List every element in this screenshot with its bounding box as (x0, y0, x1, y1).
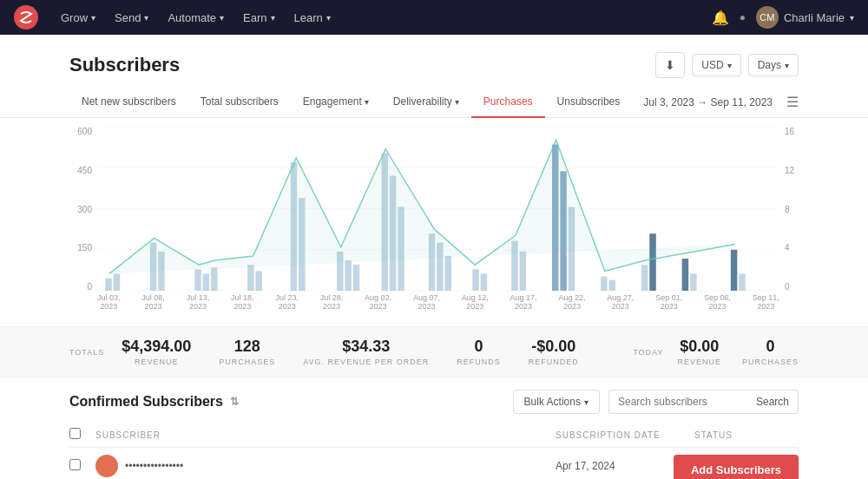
col-date-header: SUBSCRIPTION DATE (556, 430, 694, 440)
search-input[interactable] (608, 390, 747, 414)
svg-rect-10 (194, 269, 201, 291)
y-label-300: 300 (77, 205, 92, 214)
row-checkbox[interactable] (69, 459, 81, 470)
today-label: TODAY (633, 348, 663, 357)
chevron-down-icon: ▾ (785, 61, 789, 70)
svg-rect-13 (247, 265, 253, 291)
totals-label: TOTALS (69, 348, 104, 357)
totals-bar: TOTALS $4,394.00 REVENUE 128 PURCHASES $… (0, 326, 868, 377)
chevron-down-icon: ▾ (727, 61, 732, 70)
tab-unsubscribes[interactable]: Unsubscribes (545, 87, 633, 118)
nav-item-earn[interactable]: Earn ▾ (234, 8, 283, 28)
download-button[interactable]: ⬇ (655, 52, 685, 78)
chevron-down-icon: ▾ (91, 13, 95, 23)
sort-icon[interactable]: ⇅ (230, 396, 239, 408)
y-label-0: 0 (87, 282, 92, 292)
total-avg-value: $34.33 (303, 338, 429, 356)
header-actions: ⬇ USD ▾ Days ▾ (655, 52, 799, 78)
chevron-down-icon: ▾ (455, 97, 459, 107)
x-label-12: Sep 01,2023 (655, 293, 682, 311)
x-axis-labels: Jul 03,2023 Jul 08,2023 Jul 13,2023 Jul … (97, 293, 779, 318)
x-label-0: Jul 03,2023 (97, 293, 121, 311)
currency-select[interactable]: USD ▾ (692, 54, 740, 76)
svg-rect-33 (601, 277, 607, 291)
x-label-4: Jul 23,2023 (275, 293, 299, 311)
svg-rect-25 (444, 256, 450, 291)
nav-item-learn[interactable]: Learn ▾ (286, 8, 339, 28)
page-header: Subscribers ⬇ USD ▾ Days ▾ (0, 35, 868, 87)
chevron-down-icon: ▾ (365, 97, 369, 107)
circle-icon[interactable]: ● (740, 11, 746, 23)
confirmed-section-wrapper: Confirmed Subscribers ⇅ Bulk Actions ▾ S… (0, 377, 868, 479)
col-check-header (69, 428, 95, 442)
avatar (95, 455, 118, 477)
total-refunded-desc: REFUNDED (529, 358, 579, 366)
tab-deliverability[interactable]: Deliverability ▾ (381, 87, 471, 118)
chevron-down-icon: ▾ (271, 13, 275, 23)
svg-rect-14 (255, 271, 261, 291)
y-label-r-8: 8 (785, 205, 790, 214)
x-label-1: Jul 08,2023 (141, 293, 165, 311)
tab-purchases[interactable]: Purchases (471, 87, 545, 118)
today-revenue-desc: REVENUE (677, 358, 721, 366)
bulk-actions-button[interactable]: Bulk Actions ▾ (513, 390, 600, 414)
x-label-6: Aug 02,2023 (365, 293, 391, 311)
chart-wrap: 600 450 300 150 0 16 12 8 4 0 (69, 127, 799, 318)
chevron-down-icon: ▾ (144, 13, 148, 23)
svg-rect-35 (641, 265, 648, 291)
confirmed-actions: Bulk Actions ▾ Search (513, 390, 799, 414)
nav-items: Grow ▾ Send ▾ Automate ▾ Earn ▾ Learn ▾ (52, 8, 339, 28)
nav-item-automate[interactable]: Automate ▾ (159, 8, 233, 28)
total-revenue: $4,394.00 REVENUE (122, 338, 191, 366)
nav-item-send[interactable]: Send ▾ (106, 8, 157, 28)
y-label-150: 150 (77, 243, 92, 253)
svg-rect-34 (609, 280, 615, 291)
x-label-7: Aug 07,2023 (413, 293, 440, 311)
total-purchases-desc: PURCHASES (219, 358, 275, 366)
svg-rect-38 (690, 273, 696, 291)
total-purchases: 128 PURCHASES (219, 338, 275, 366)
confirmed-header: Confirmed Subscribers ⇅ Bulk Actions ▾ S… (69, 390, 799, 414)
period-select[interactable]: Days ▾ (748, 54, 799, 76)
chevron-down-icon: ▾ (220, 13, 224, 23)
add-subscribers-button[interactable]: Add Subscribers (674, 455, 799, 479)
svg-rect-36 (649, 233, 655, 291)
tab-net-new[interactable]: Net new subscribers (69, 87, 188, 118)
total-revenue-desc: REVENUE (122, 358, 191, 366)
hamburger-icon[interactable]: ☰ (786, 94, 799, 110)
x-label-3: Jul 18,2023 (231, 293, 254, 311)
tab-total[interactable]: Total subscribers (188, 87, 291, 118)
tab-engagement[interactable]: Engagement ▾ (291, 87, 381, 118)
nav-left: Grow ▾ Send ▾ Automate ▾ Earn ▾ Learn ▾ (14, 5, 339, 30)
nav-item-grow[interactable]: Grow ▾ (52, 8, 104, 28)
svg-rect-19 (353, 265, 359, 291)
convertkit-logo-icon (14, 5, 38, 30)
search-button[interactable]: Search (747, 390, 799, 414)
svg-rect-37 (682, 259, 688, 291)
chart-svg (97, 127, 779, 292)
total-avg-desc: AVG. REVENUE PER ORDER (303, 358, 429, 366)
chart-container: 600 450 300 150 0 16 12 8 4 0 (0, 118, 868, 326)
svg-rect-12 (211, 267, 217, 291)
chevron-down-icon: ▾ (850, 13, 854, 23)
y-label-r-12: 12 (785, 166, 794, 175)
user-name: Charli Marie (784, 11, 845, 24)
today-revenue-value: $0.00 (677, 338, 721, 356)
y-label-r-0: 0 (785, 282, 790, 292)
x-label-13: Sep 06,2023 (704, 293, 731, 311)
chevron-down-icon: ▾ (584, 397, 589, 407)
svg-rect-6 (105, 279, 111, 291)
select-all-checkbox[interactable] (69, 428, 81, 439)
today-purchases: 0 PURCHASES (742, 338, 799, 366)
avatar: CM (756, 6, 779, 29)
svg-rect-39 (731, 250, 737, 291)
main-content: Subscribers ⬇ USD ▾ Days ▾ Net new subsc… (0, 35, 868, 479)
user-menu[interactable]: CM Charli Marie ▾ (756, 6, 854, 29)
today-purchases-value: 0 (742, 338, 799, 356)
col-status-header: STATUS (694, 430, 799, 440)
navbar: Grow ▾ Send ▾ Automate ▾ Earn ▾ Learn ▾ … (0, 0, 868, 35)
y-label-r-16: 16 (785, 127, 794, 136)
bell-icon[interactable]: 🔔 (712, 10, 729, 26)
total-refunds: 0 REFUNDS (457, 338, 501, 366)
x-label-8: Aug 12,2023 (462, 293, 489, 311)
